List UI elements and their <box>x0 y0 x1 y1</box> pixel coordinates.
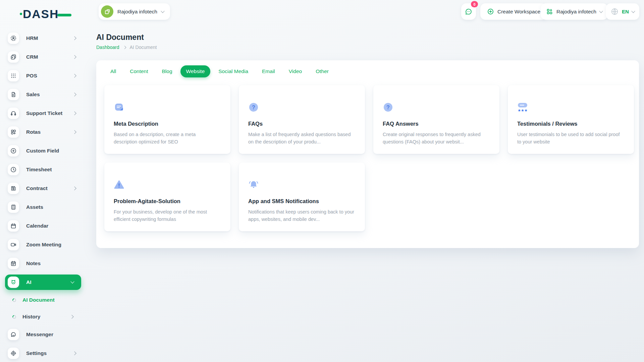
messenger-icon <box>8 329 19 340</box>
workspace-avatar-icon <box>101 5 113 18</box>
card-title: FAQ Answers <box>383 121 489 127</box>
ai-document-panel: All Content Blog Website Social Media <box>96 60 639 248</box>
card-title: Problem-Agitate-Solution <box>114 198 220 204</box>
support-ticket-icon <box>8 108 19 119</box>
tab-content[interactable]: Content <box>124 65 154 77</box>
notes-icon <box>8 258 19 269</box>
sidebar-item-assets[interactable]: Assets <box>0 198 87 217</box>
card-description: For your business, develop one of the mo… <box>114 208 220 223</box>
sidebar-item-ai-document[interactable]: AI Document <box>0 292 87 308</box>
meta-description-icon <box>114 102 220 113</box>
card-description: Based on a description, create a meta de… <box>114 131 220 146</box>
card-title: Testimonials / Reviews <box>517 121 624 127</box>
sidebar-item-settings[interactable]: Settings <box>0 344 87 362</box>
sidebar-item-pos[interactable]: POS <box>0 66 87 85</box>
template-card-meta-description[interactable]: Meta Description Based on a description,… <box>104 85 230 154</box>
template-card-problem-agitate-solution[interactable]: Problem-Agitate-Solution For your busine… <box>104 163 230 231</box>
ai-icon <box>8 277 19 288</box>
sidebar-item-rotas[interactable]: Rotas <box>0 123 87 141</box>
sidebar-item-calendar[interactable]: Calendar <box>0 217 87 235</box>
chat-icon <box>465 8 473 16</box>
sidebar-item-notes[interactable]: Notes <box>0 254 87 273</box>
assets-icon <box>8 201 19 213</box>
breadcrumb-chevron-icon <box>123 46 126 49</box>
logo-text: DASH <box>23 7 59 21</box>
sidebar-item-support-ticket[interactable]: Support Ticket <box>0 104 87 123</box>
breadcrumb-current: AI Document <box>130 45 157 50</box>
sidebar-item-history[interactable]: History <box>0 308 87 325</box>
tab-blog[interactable]: Blog <box>156 65 178 77</box>
company-menu[interactable]: Rajodiya infotech <box>541 3 608 20</box>
app-root: DASH Rajodiya infotech 0 Create <box>0 0 644 362</box>
bell-icon <box>248 179 355 190</box>
plus-circle-icon <box>487 8 494 15</box>
sidebar-item-timesheet[interactable]: Timesheet <box>0 160 87 179</box>
sidebar-item-ai[interactable]: AI <box>0 273 87 292</box>
template-card-grid: Meta Description Based on a description,… <box>96 77 639 231</box>
breadcrumb: Dashboard AI Document <box>96 45 157 50</box>
create-workspace-label: Create Workspace <box>497 9 540 15</box>
card-description: Make a list of frequently asked question… <box>248 131 355 146</box>
tab-website[interactable]: Website <box>180 65 211 77</box>
question-icon: ? <box>248 102 355 113</box>
tab-video[interactable]: Video <box>283 65 308 77</box>
language-selector[interactable]: EN <box>606 3 639 20</box>
card-description: Create original responses to frequently … <box>383 131 489 146</box>
sidebar-item-zoom-meeting[interactable]: Zoom Meeting <box>0 235 87 254</box>
template-card-app-and-sms-notifications[interactable]: App and SMS Notifications Notifications … <box>239 163 365 231</box>
sidebar-item-contract[interactable]: Contract <box>0 179 87 198</box>
card-description: Notifications that keep users coming bac… <box>248 208 355 223</box>
warning-icon <box>114 179 220 190</box>
create-workspace-button[interactable]: Create Workspace <box>480 3 547 20</box>
messages-count-badge: 0 <box>471 1 478 7</box>
grid-plus-icon <box>546 8 553 15</box>
contract-icon <box>8 183 19 194</box>
tab-other[interactable]: Other <box>310 65 334 77</box>
template-card-faq-answers[interactable]: ? FAQ Answers Create original responses … <box>373 85 499 154</box>
submenu-bullet-icon <box>12 315 16 319</box>
globe-icon <box>610 7 619 16</box>
company-name: Rajodiya infotech <box>556 9 596 15</box>
language-code: EN <box>622 9 629 14</box>
sales-icon <box>8 89 19 100</box>
sidebar-item-hrm[interactable]: HRM <box>0 29 87 48</box>
sidebar: HRM CRM POS <box>0 29 87 362</box>
settings-icon <box>8 348 19 359</box>
workspace-switcher[interactable]: Rajodiya infotech <box>99 3 170 20</box>
tab-email[interactable]: Email <box>256 65 281 77</box>
chevron-down-icon <box>599 9 603 13</box>
sidebar-item-sales[interactable]: Sales <box>0 85 87 104</box>
hrm-icon <box>8 33 19 44</box>
svg-text:?: ? <box>252 105 255 110</box>
breadcrumb-dashboard-link[interactable]: Dashboard <box>96 45 119 50</box>
logo-dash-accent <box>57 14 71 16</box>
sidebar-item-crm[interactable]: CRM <box>0 48 87 66</box>
chevron-down-icon <box>631 9 635 13</box>
custom-field-icon <box>8 145 19 157</box>
card-description: User testimonials to be used to add soci… <box>517 131 624 146</box>
page-title: AI Document <box>96 33 144 42</box>
rotas-icon <box>8 126 19 138</box>
tab-all[interactable]: All <box>105 65 122 77</box>
template-card-testimonials-reviews[interactable]: ★★★ Testimonials / Reviews User testimon… <box>508 85 634 154</box>
card-title: App and SMS Notifications <box>248 198 355 204</box>
card-title: FAQs <box>248 121 355 127</box>
zoom-meeting-icon <box>8 239 19 250</box>
pos-icon <box>8 70 19 81</box>
messages-button[interactable]: 0 <box>461 3 476 20</box>
category-tabs: All Content Blog Website Social Media <box>96 60 639 77</box>
crm-icon <box>8 51 19 63</box>
workspace-name: Rajodiya infotech <box>117 9 157 15</box>
question-icon: ? <box>383 102 489 113</box>
calendar-icon <box>8 220 19 232</box>
sidebar-item-messenger[interactable]: Messenger <box>0 325 87 344</box>
svg-text:★★★: ★★★ <box>518 108 528 113</box>
sidebar-item-custom-field[interactable]: Custom Field <box>0 141 87 160</box>
tab-social-media[interactable]: Social Media <box>213 65 254 77</box>
card-title: Meta Description <box>114 121 220 127</box>
dash-logo[interactable]: DASH <box>23 7 71 21</box>
template-card-faqs[interactable]: ? FAQs Make a list of frequently asked q… <box>239 85 365 154</box>
submenu-bullet-icon <box>12 298 16 302</box>
timesheet-icon <box>8 164 19 175</box>
chevron-down-icon <box>161 9 164 13</box>
